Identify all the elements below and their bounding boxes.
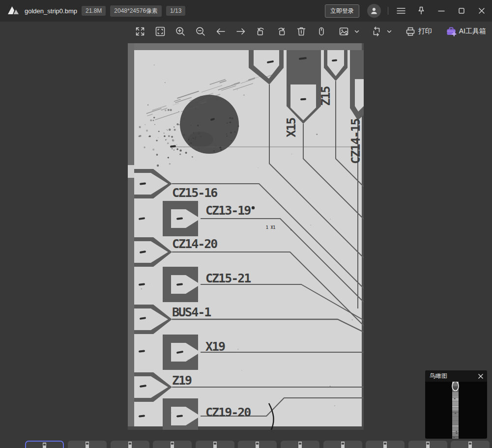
pcb-label-x19: X19 bbox=[205, 339, 225, 354]
pcb-label-tiny-mark: 1 X1 bbox=[266, 225, 275, 230]
app-window: golden_strip0.bmp 21.8M 2048*24576像素 1/1… bbox=[0, 0, 492, 448]
trash-icon bbox=[295, 26, 307, 37]
rotate-left-button[interactable] bbox=[255, 25, 267, 38]
print-button[interactable]: 打印 bbox=[405, 26, 432, 37]
thumbnail-strip-mark bbox=[129, 443, 131, 445]
minimap-panel: 鸟瞰图 bbox=[425, 370, 487, 439]
thumbnail-strip-mark bbox=[214, 443, 216, 445]
minimize-icon bbox=[438, 7, 445, 14]
login-button[interactable]: 立即登录 bbox=[325, 4, 359, 18]
image-index-badge: 1/13 bbox=[166, 6, 185, 16]
thumbnail-11[interactable] bbox=[451, 441, 490, 448]
titlebar: golden_strip0.bmp 21.8M 2048*24576像素 1/1… bbox=[0, 0, 492, 22]
fit-screen-icon bbox=[154, 26, 166, 37]
close-icon bbox=[478, 373, 484, 379]
maximize-icon bbox=[458, 7, 465, 14]
toolbar-right-group: 打印 AI工具箱 bbox=[338, 22, 486, 41]
thumbnail-strip-mark bbox=[427, 443, 429, 445]
minimap-title: 鸟瞰图 bbox=[430, 372, 447, 380]
thumbnail-strip-preview bbox=[468, 442, 472, 448]
thumbnail-strip-preview bbox=[213, 442, 217, 448]
toolbar-left-group bbox=[134, 22, 327, 41]
delete-button[interactable] bbox=[295, 25, 307, 38]
thumbnail-strip-preview bbox=[43, 443, 46, 448]
main-image-canvas[interactable]: CZ15-16 CZ13-19 1 X1 CZ14-20 CZ15-21 BUS… bbox=[128, 43, 364, 430]
rotate-right-icon bbox=[275, 26, 287, 37]
thumbnail-strip-preview bbox=[426, 442, 430, 448]
thumbnail-strip-mark bbox=[43, 444, 46, 446]
thumbnail-8[interactable] bbox=[323, 441, 362, 448]
arrow-left-icon bbox=[215, 26, 227, 37]
ai-toolbox-label: AI工具箱 bbox=[459, 27, 486, 36]
thumbnail-10[interactable] bbox=[408, 441, 447, 448]
thumbnail-strip-mark bbox=[171, 443, 174, 445]
thumbnail-strip-mark bbox=[384, 443, 386, 445]
crop-button[interactable] bbox=[371, 26, 392, 37]
thumbnail-7[interactable] bbox=[281, 441, 319, 448]
chevron-down-icon bbox=[386, 28, 392, 34]
pcb-top-border bbox=[128, 43, 364, 50]
user-avatar[interactable] bbox=[367, 4, 381, 18]
thumbnail-filmstrip bbox=[0, 441, 492, 448]
minimize-button[interactable] bbox=[434, 3, 449, 18]
zoom-out-icon bbox=[195, 26, 206, 37]
image-edit-button[interactable] bbox=[338, 26, 360, 37]
zoom-in-icon bbox=[174, 26, 186, 37]
pcb-label-cz14-15: CZ14-15 bbox=[348, 118, 363, 164]
minimap-close-button[interactable] bbox=[478, 373, 484, 379]
minimap-header[interactable]: 鸟瞰图 bbox=[425, 370, 487, 382]
menu-button[interactable] bbox=[394, 3, 408, 18]
zoom-in-button[interactable] bbox=[174, 25, 186, 38]
thumbnail-3[interactable] bbox=[111, 441, 149, 448]
pcb-label-cz19-20: CZ19-20 bbox=[205, 405, 251, 420]
mouse-mode-button[interactable] bbox=[316, 25, 327, 38]
thumbnail-strip-preview bbox=[171, 442, 174, 448]
thumbnail-1[interactable] bbox=[25, 441, 64, 448]
thumbnail-5[interactable] bbox=[196, 441, 234, 448]
thumbnail-strip-preview bbox=[341, 442, 345, 448]
fit-to-window-button[interactable] bbox=[154, 25, 166, 38]
thumbnail-4[interactable] bbox=[153, 441, 192, 448]
person-icon bbox=[370, 6, 378, 15]
fullscreen-button[interactable] bbox=[134, 25, 146, 38]
thumbnail-strip-mark bbox=[86, 443, 88, 445]
printer-icon bbox=[405, 26, 416, 37]
zoom-out-button[interactable] bbox=[195, 25, 206, 38]
ai-toolbox-button[interactable]: AI工具箱 bbox=[446, 26, 486, 37]
thumbnail-strip-mark bbox=[469, 443, 471, 445]
pcb-label-bus4-1: BUS4-1 bbox=[172, 305, 211, 319]
thumbnail-6[interactable] bbox=[238, 441, 277, 448]
thumbnail-2[interactable] bbox=[68, 441, 107, 448]
close-icon bbox=[478, 7, 485, 14]
thumbnail-strip-preview bbox=[383, 442, 387, 448]
pcb-label-x15: X15 bbox=[284, 117, 298, 137]
maximize-button[interactable] bbox=[454, 3, 469, 18]
hamburger-icon bbox=[397, 7, 405, 14]
pcb-label-cz14-20: CZ14-20 bbox=[172, 237, 217, 251]
pcb-label-z15: Z15 bbox=[318, 86, 333, 106]
arrow-right-icon bbox=[235, 26, 247, 37]
pin-button[interactable] bbox=[414, 3, 429, 18]
pcb-label-cz15-16: CZ15-16 bbox=[172, 186, 217, 200]
next-image-button[interactable] bbox=[235, 25, 247, 38]
close-button[interactable] bbox=[474, 3, 489, 18]
rotate-right-button[interactable] bbox=[275, 25, 287, 38]
pcb-label-cz15-21: CZ15-21 bbox=[205, 271, 251, 285]
print-label: 打印 bbox=[418, 27, 432, 36]
minimap-viewport-marker[interactable] bbox=[452, 382, 459, 391]
thumbnail-strip-preview bbox=[86, 442, 89, 448]
pcb-label-z19: Z19 bbox=[172, 373, 192, 388]
app-logo-icon bbox=[7, 4, 20, 17]
image-edit-icon bbox=[338, 26, 350, 37]
toolbar: 打印 AI工具箱 bbox=[0, 22, 492, 41]
minimap-body[interactable] bbox=[425, 382, 487, 439]
mouse-icon bbox=[316, 26, 327, 37]
crop-rotate-icon bbox=[371, 26, 382, 37]
thumbnail-strip-mark bbox=[256, 443, 259, 445]
titlebar-divider bbox=[388, 7, 388, 15]
thumbnail-strip-preview bbox=[128, 442, 132, 448]
pcb-label-cz13-19: CZ13-19 bbox=[205, 203, 251, 218]
previous-image-button[interactable] bbox=[215, 25, 227, 38]
pin-icon bbox=[416, 6, 426, 16]
thumbnail-9[interactable] bbox=[366, 441, 405, 448]
